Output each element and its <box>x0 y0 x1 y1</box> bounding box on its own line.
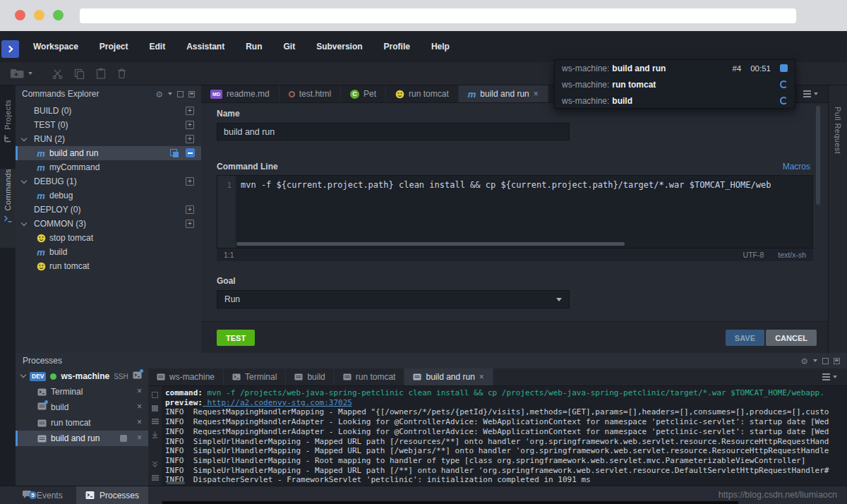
address-bar[interactable] <box>80 8 796 23</box>
zoom-window-button[interactable] <box>53 10 64 20</box>
process-item-run-tomcat[interactable]: run tomcat <box>16 415 148 431</box>
tree-category-common[interactable]: COMMON (3) <box>16 217 201 231</box>
maximize-panel-icon[interactable] <box>834 358 840 364</box>
editor-tabs-menu-button[interactable] <box>803 85 818 102</box>
dropdown-process-row[interactable]: ws-machine: run tomcat <box>555 76 795 92</box>
new-project-button[interactable] <box>10 68 32 79</box>
process-item-build-and-run[interactable]: build and run <box>16 431 148 446</box>
preview-link[interactable]: http://a2.codenvy-stg.com:37025 <box>203 398 352 407</box>
dropdown-process-row[interactable]: ws-machine: build <box>555 92 795 109</box>
menu-workspace[interactable]: Workspace <box>23 42 89 52</box>
machine-row-ws-machine[interactable]: DEV ws-machine SSH <box>16 368 148 384</box>
expanded-chevron-icon[interactable] <box>21 136 27 141</box>
text-mode-icon[interactable] <box>152 475 159 476</box>
stop-output-icon[interactable] <box>152 405 158 412</box>
console-tab-build[interactable]: build <box>286 368 334 385</box>
close-process-icon[interactable] <box>137 386 142 396</box>
close-process-icon[interactable] <box>137 417 142 427</box>
close-window-button[interactable] <box>15 10 25 20</box>
save-button[interactable]: SAVE <box>726 330 764 346</box>
tree-category-deploy[interactable]: DEPLOY (0) <box>16 203 201 217</box>
add-command-icon[interactable] <box>186 121 194 129</box>
close-process-icon[interactable] <box>137 433 142 443</box>
command-line-editor[interactable]: 1 mvn -f ${current.project.path} clean i… <box>217 175 813 248</box>
duplicate-command-icon[interactable] <box>170 149 179 157</box>
menu-profile[interactable]: Profile <box>373 42 421 52</box>
hscrollbar-thumb[interactable] <box>236 242 625 246</box>
chevron-down-icon[interactable] <box>168 92 172 95</box>
minimize-panel-icon[interactable] <box>822 358 829 364</box>
scroll-to-bottom-icon[interactable] <box>151 431 159 438</box>
tree-command-debug[interactable]: m debug <box>16 188 201 203</box>
menu-edit[interactable]: Edit <box>139 42 176 52</box>
add-command-icon[interactable] <box>186 177 194 186</box>
console-tab-ws-machine[interactable]: ws-machine <box>148 368 224 385</box>
close-process-icon[interactable] <box>137 402 142 412</box>
process-item-build[interactable]: build <box>16 400 148 415</box>
tab-test-html[interactable]: test.html <box>280 85 341 102</box>
console-tab-build-and-run[interactable]: build and run <box>404 368 493 385</box>
tree-command-mycommand[interactable]: m myCommand <box>16 160 201 174</box>
expanded-chevron-icon[interactable] <box>21 220 27 226</box>
tree-category-run[interactable]: RUN (2) <box>16 132 201 146</box>
menu-assistant[interactable]: Assistant <box>176 42 235 52</box>
machine-terminal-icon[interactable] <box>133 371 142 382</box>
navigator-toggle-button[interactable] <box>1 40 19 58</box>
expanded-chevron-icon[interactable] <box>21 178 27 184</box>
cut-icon[interactable] <box>52 68 63 79</box>
menu-run[interactable]: Run <box>235 42 272 52</box>
macros-link[interactable]: Macros <box>783 162 810 172</box>
events-panel-tab[interactable]: 5 Events <box>13 486 72 504</box>
console-tab-terminal[interactable]: Terminal <box>224 368 286 385</box>
stop-process-icon[interactable] <box>120 435 127 442</box>
gear-icon[interactable] <box>800 354 808 367</box>
expanded-chevron-icon[interactable] <box>20 372 26 378</box>
rail-tab-projects[interactable]: Projects <box>0 100 16 164</box>
clear-console-icon[interactable] <box>152 392 158 398</box>
auto-scroll-icon[interactable] <box>151 460 159 468</box>
close-tab-icon[interactable] <box>534 89 539 99</box>
rerun-process-icon[interactable] <box>780 80 788 88</box>
rail-tab-commands[interactable]: Commands <box>0 169 16 248</box>
test-button[interactable]: TEST <box>217 330 255 346</box>
ssh-label[interactable]: SSH <box>114 373 128 380</box>
console-output[interactable]: command: mvn -f /projects/web-java-sprin… <box>148 386 847 486</box>
tree-command-build[interactable]: m build <box>16 245 201 259</box>
maximize-panel-icon[interactable] <box>188 91 195 97</box>
remove-command-icon[interactable] <box>186 148 195 157</box>
goal-select[interactable]: Run <box>217 290 570 308</box>
console-tab-run-tomcat[interactable]: run tomcat <box>335 368 405 385</box>
tree-category-debug[interactable]: DEBUG (1) <box>16 174 201 188</box>
menu-subversion[interactable]: Subversion <box>306 42 373 52</box>
tree-command-stop-tomcat[interactable]: stop tomcat <box>16 231 201 245</box>
add-command-icon[interactable] <box>186 135 194 143</box>
processes-panel-tab[interactable]: Processes <box>76 486 148 504</box>
process-item-terminal[interactable]: Terminal <box>16 384 148 400</box>
editor-hscrollbar[interactable] <box>236 242 812 246</box>
command-name-input[interactable] <box>217 123 570 140</box>
tab-pet[interactable]: C Pet <box>341 85 386 102</box>
editor-vscrollbar-thumb[interactable] <box>816 106 820 205</box>
cancel-button[interactable]: CANCEL <box>766 330 817 346</box>
dropdown-process-row[interactable]: ws-machine: build and run #4 00:51 <box>555 60 795 76</box>
chevron-down-icon[interactable] <box>28 72 32 75</box>
add-command-icon[interactable] <box>186 220 194 228</box>
minimize-window-button[interactable] <box>34 10 44 20</box>
menu-project[interactable]: Project <box>89 42 139 52</box>
gear-icon[interactable] <box>155 88 163 100</box>
rerun-process-icon[interactable] <box>780 97 788 104</box>
menu-git[interactable]: Git <box>273 42 306 52</box>
tab-readme-md[interactable]: MD readme.md <box>201 85 280 102</box>
tree-category-build[interactable]: BUILD (0) <box>16 104 201 118</box>
console-hscrollbar-thumb[interactable] <box>167 481 185 484</box>
add-command-icon[interactable] <box>186 107 194 115</box>
add-command-icon[interactable] <box>186 205 194 214</box>
chevron-down-icon[interactable] <box>813 359 817 362</box>
tab-build-and-run[interactable]: m build and run <box>459 85 548 102</box>
tree-category-test[interactable]: TEST (0) <box>16 118 201 132</box>
minimize-panel-icon[interactable] <box>177 91 184 97</box>
close-tab-icon[interactable] <box>479 372 484 382</box>
stop-process-icon[interactable] <box>780 64 788 72</box>
copy-icon[interactable] <box>74 68 85 79</box>
menu-help[interactable]: Help <box>421 42 460 52</box>
